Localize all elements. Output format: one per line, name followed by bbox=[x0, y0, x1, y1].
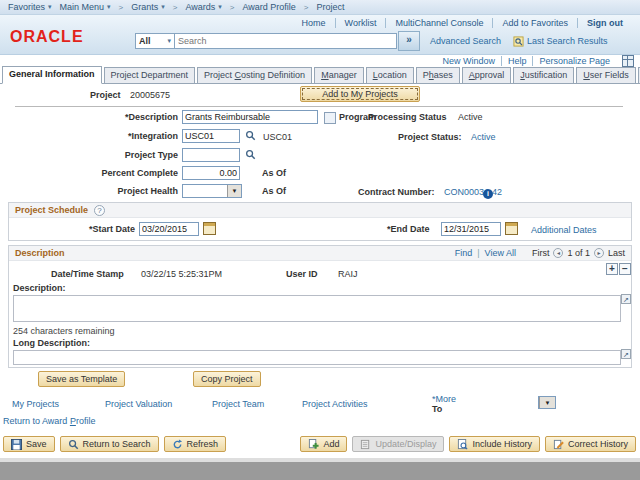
start-date-input[interactable] bbox=[139, 222, 199, 236]
description-expand-icon[interactable]: ↗ bbox=[621, 294, 631, 304]
include-history-button[interactable]: Include History bbox=[449, 436, 540, 452]
toolbar-left: Save Return to Search Refresh bbox=[3, 436, 226, 452]
search-bar: All ▾ » Advanced Search Last Search Resu… bbox=[135, 31, 608, 51]
save-button[interactable]: Save bbox=[3, 436, 55, 452]
project-activities-link[interactable]: Project Activities bbox=[302, 399, 368, 409]
tab-user-fields[interactable]: User Fields bbox=[576, 67, 636, 83]
tab-phases[interactable]: Phases bbox=[416, 67, 460, 83]
description-textarea[interactable] bbox=[13, 295, 621, 322]
project-health-asof-label: As Of bbox=[262, 186, 286, 196]
main-menu[interactable]: Main Menu ▾ bbox=[60, 2, 111, 12]
find-link[interactable]: Find bbox=[455, 248, 473, 258]
project-health-select[interactable]: ▼ bbox=[182, 184, 242, 198]
nav-link-worklist[interactable]: Worklist bbox=[335, 18, 386, 28]
dropdown-arrow-icon: ▾ bbox=[167, 37, 171, 45]
add-row-icon bbox=[308, 439, 319, 450]
personalize-page-link[interactable]: Personalize Page bbox=[532, 56, 616, 66]
toolbar-right: Add Update/Display Include History Corre… bbox=[300, 436, 636, 452]
project-type-lookup-icon[interactable] bbox=[245, 149, 257, 161]
more-to-label: To bbox=[432, 404, 442, 414]
update-display-icon bbox=[360, 439, 371, 450]
previous-row-icon[interactable]: ◂ bbox=[553, 248, 563, 258]
project-type-input[interactable] bbox=[182, 148, 240, 162]
save-as-template-button[interactable]: Save as Template bbox=[38, 371, 125, 387]
my-projects-link[interactable]: My Projects bbox=[12, 399, 59, 409]
search-input[interactable] bbox=[175, 33, 397, 49]
end-date-calendar-icon[interactable] bbox=[505, 222, 518, 235]
add-to-my-projects-button[interactable]: Add to My Projects bbox=[300, 86, 420, 102]
nav-link-multichannel-console[interactable]: MultiChannel Console bbox=[385, 18, 492, 28]
project-valuation-link[interactable]: Project Valuation bbox=[105, 399, 172, 409]
integration-lookup-icon[interactable] bbox=[245, 130, 257, 142]
long-description-textarea[interactable] bbox=[13, 350, 621, 365]
new-window-link[interactable]: New Window bbox=[436, 56, 501, 66]
sign-out-link[interactable]: Sign out bbox=[577, 18, 632, 28]
description-input[interactable] bbox=[182, 110, 318, 124]
save-disk-icon bbox=[11, 439, 22, 450]
percent-complete-input[interactable] bbox=[182, 166, 240, 180]
project-type-label: Project Type bbox=[0, 150, 178, 160]
program-checkbox[interactable] bbox=[324, 112, 336, 124]
return-to-search-button[interactable]: Return to Search bbox=[60, 436, 159, 452]
help-link[interactable]: Help bbox=[501, 56, 533, 66]
project-label: Project bbox=[90, 90, 121, 100]
chars-remaining-text: 254 characters remaining bbox=[13, 326, 115, 336]
update-display-button[interactable]: Update/Display bbox=[352, 436, 444, 452]
search-icon bbox=[68, 439, 79, 450]
copy-project-button[interactable]: Copy Project bbox=[193, 371, 261, 387]
description-textarea-label: Description: bbox=[13, 283, 66, 293]
search-submit-button[interactable]: » bbox=[398, 31, 420, 51]
breadcrumb: Favorites ▾ Main Menu ▾ > Grants ▾ > Awa… bbox=[0, 0, 640, 15]
tab-justification[interactable]: Justification bbox=[513, 67, 574, 83]
project-status-link[interactable]: Active bbox=[471, 132, 496, 142]
description-field-label: *Description bbox=[0, 112, 178, 122]
breadcrumb-item-grants[interactable]: Grants ▾ bbox=[131, 2, 165, 12]
contract-number-link[interactable]: CON0003i42 bbox=[444, 187, 502, 199]
breadcrumb-separator-icon: > bbox=[230, 3, 235, 12]
integration-description: USC01 bbox=[263, 132, 292, 142]
help-icon[interactable]: ? bbox=[94, 205, 105, 216]
last-search-results[interactable]: Last Search Results bbox=[513, 36, 608, 47]
tab-general-information[interactable]: General Information bbox=[2, 66, 102, 84]
integration-input[interactable] bbox=[182, 129, 240, 143]
nav-link-add-to-favorites[interactable]: Add to Favorites bbox=[492, 18, 577, 28]
tab-location[interactable]: Location bbox=[366, 67, 414, 83]
correct-history-button[interactable]: Correct History bbox=[545, 436, 636, 452]
more-dropdown[interactable]: ▼ bbox=[538, 396, 556, 409]
breadcrumb-item-award-profile[interactable]: Award Profile bbox=[243, 2, 296, 12]
correct-history-icon bbox=[553, 439, 564, 450]
long-description-expand-icon[interactable]: ↗ bbox=[621, 349, 631, 359]
view-all-link[interactable]: View All bbox=[485, 248, 516, 258]
advanced-search-link[interactable]: Advanced Search bbox=[430, 36, 501, 46]
last-label: Last bbox=[608, 248, 625, 258]
app-header: ORACLE Home Worklist MultiChannel Consol… bbox=[0, 15, 640, 55]
select-arrow-icon: ▼ bbox=[539, 397, 555, 408]
percent-complete-label: Percent Complete bbox=[0, 168, 178, 178]
last-search-results-icon bbox=[513, 36, 524, 47]
tab-project-department[interactable]: Project Department bbox=[104, 67, 196, 83]
add-button[interactable]: Add bbox=[300, 436, 347, 452]
add-row-button[interactable]: + bbox=[606, 263, 618, 275]
delete-row-button[interactable]: − bbox=[619, 263, 631, 275]
tab-manager[interactable]: Manager bbox=[314, 67, 364, 83]
return-to-award-profile-link[interactable]: Return to Award Profile bbox=[3, 416, 95, 426]
project-team-link[interactable]: Project Team bbox=[212, 399, 264, 409]
long-description-label: Long Description: bbox=[13, 338, 90, 348]
row-position: 1 of 1 bbox=[567, 248, 590, 258]
refresh-button[interactable]: Refresh bbox=[164, 436, 227, 452]
additional-dates-link[interactable]: Additional Dates bbox=[531, 225, 597, 235]
description-section: Description Find | View All First ◂ 1 of… bbox=[8, 245, 632, 368]
next-row-icon[interactable]: ▸ bbox=[594, 248, 604, 258]
tab-project-costing-definition[interactable]: Project Costing Definition bbox=[197, 67, 312, 83]
tab-approval[interactable]: Approval bbox=[462, 67, 512, 83]
breadcrumb-item-awards[interactable]: Awards ▾ bbox=[185, 2, 221, 12]
search-scope-select[interactable]: All ▾ bbox=[135, 33, 175, 49]
end-date-label: *End Date bbox=[387, 224, 430, 234]
layout-grid-icon[interactable] bbox=[622, 55, 634, 67]
nav-link-home[interactable]: Home bbox=[293, 18, 335, 28]
start-date-calendar-icon[interactable] bbox=[203, 222, 216, 235]
dropdown-arrow-icon: ▾ bbox=[218, 3, 222, 11]
favorites-menu[interactable]: Favorites ▾ bbox=[8, 2, 52, 12]
project-health-label: Project Health bbox=[0, 186, 178, 196]
end-date-input[interactable] bbox=[441, 222, 501, 236]
